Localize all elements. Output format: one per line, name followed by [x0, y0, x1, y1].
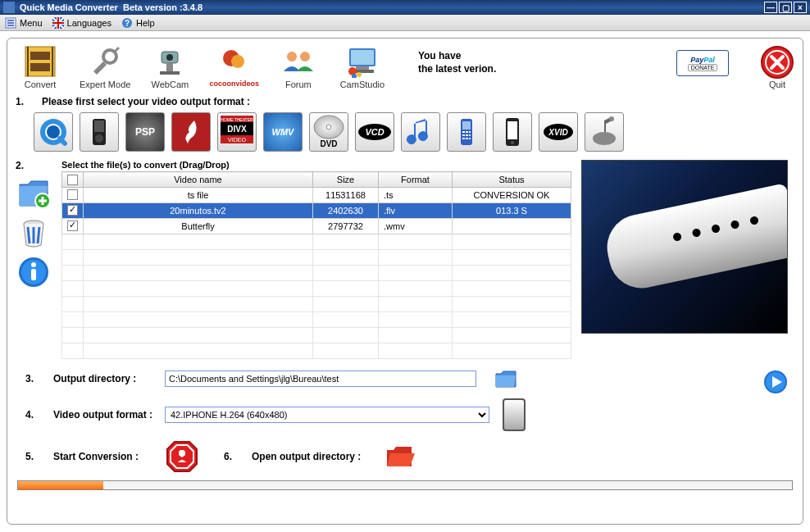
svg-point-24: [300, 52, 310, 61]
expert-mode-button[interactable]: Expert Mode: [80, 45, 130, 89]
format-audio[interactable]: [401, 112, 440, 152]
paypal-donate-button[interactable]: PayPal DONATE: [676, 50, 729, 76]
svg-point-71: [609, 116, 614, 121]
format-quicktime[interactable]: [34, 112, 73, 152]
start-stop-button[interactable]: [165, 439, 199, 474]
window-title: Quick Media Converter: [20, 2, 118, 12]
step5-num: 5.: [25, 451, 45, 462]
status-text: You have the latest verion.: [418, 50, 496, 75]
table-row[interactable]: 20minutos.tv22402630.flv013.3 S: [62, 202, 571, 218]
checkbox-icon[interactable]: [67, 189, 78, 200]
cocoon-button[interactable]: cocoonvideos: [209, 45, 259, 88]
forum-icon: [279, 45, 318, 78]
minimize-button[interactable]: —: [764, 2, 777, 13]
cocoon-label: cocoonvideos: [209, 80, 259, 88]
table-row-empty: [62, 327, 571, 343]
window-version: Beta version :3.4.8: [123, 2, 202, 12]
step3-row: 3. Output directory :: [25, 367, 794, 390]
titlebar: Quick Media Converter Beta version :3.4.…: [0, 0, 810, 15]
svg-point-23: [287, 52, 297, 61]
step5-6-row: 5. Start Conversion : 6. Open output dir…: [25, 439, 794, 474]
format-dvd[interactable]: DVD: [309, 112, 348, 152]
format-flash[interactable]: [171, 112, 211, 152]
svg-text:XVID: XVID: [548, 128, 567, 137]
format-iphone[interactable]: [493, 112, 532, 152]
trash-button[interactable]: [16, 216, 51, 250]
step2-label: Select the file(s) to convert (Drag/Drop…: [61, 160, 571, 170]
flag-icon: [52, 17, 64, 29]
svg-rect-39: [94, 120, 104, 132]
col-size[interactable]: Size: [313, 172, 379, 188]
close-icon: [760, 45, 794, 80]
film-icon: [20, 45, 60, 78]
format-psp[interactable]: PSP: [125, 112, 165, 152]
checkbox-icon[interactable]: [67, 205, 78, 216]
menu-languages[interactable]: Languages: [52, 17, 111, 29]
progress-bar: [17, 480, 793, 490]
table-row[interactable]: ts file11531168.tsCONVERSION OK: [62, 187, 571, 202]
close-button[interactable]: ×: [794, 2, 807, 13]
add-file-button[interactable]: [16, 176, 51, 211]
table-row-empty: [62, 343, 571, 358]
table-row-empty: [62, 234, 571, 249]
cell-format: .ts: [379, 187, 453, 202]
col-format[interactable]: Format: [379, 172, 453, 188]
output-format-select[interactable]: 42.IPHONE H.264 (640x480): [165, 407, 489, 423]
svg-rect-77: [31, 269, 36, 280]
svg-rect-1: [7, 20, 14, 21]
table-row[interactable]: Butterfly2797732.wmv: [62, 218, 571, 234]
info-button[interactable]: [16, 255, 51, 289]
forum-button[interactable]: Forum: [274, 45, 323, 89]
progress-fill: [18, 481, 103, 489]
step2-num: 2.: [16, 160, 35, 171]
file-table-wrap: Select the file(s) to convert (Drag/Drop…: [61, 160, 571, 359]
convert-button[interactable]: Convert: [16, 45, 65, 89]
col-status[interactable]: Status: [453, 172, 571, 188]
svg-text:VCD: VCD: [365, 127, 384, 137]
col-name[interactable]: Video name: [84, 172, 313, 188]
menubar: Menu Languages ? Help: [0, 15, 810, 31]
format-vcd[interactable]: VCD: [355, 112, 394, 152]
table-row-empty: [62, 265, 571, 280]
open-folder-button[interactable]: [385, 443, 415, 470]
cell-name: 20minutos.tv2: [84, 202, 313, 218]
cocoon-icon: [215, 45, 254, 78]
svg-point-67: [511, 141, 514, 144]
svg-rect-60: [466, 134, 468, 136]
format-tivo[interactable]: [585, 112, 624, 152]
format-row: PSP HOME THEATERDIVXVIDEO WMV DVD VCD XV…: [34, 112, 794, 152]
checkbox-icon[interactable]: [67, 175, 78, 185]
menu-help[interactable]: ? Help: [121, 17, 155, 29]
app-icon: [3, 2, 15, 13]
format-mobile[interactable]: [447, 112, 486, 152]
svg-text:WMV: WMV: [272, 127, 296, 137]
format-divx[interactable]: HOME THEATERDIVXVIDEO: [217, 112, 257, 152]
format-xvid[interactable]: XVID: [539, 112, 578, 152]
svg-rect-63: [466, 138, 468, 139]
camstudio-button[interactable]: CamStudio: [338, 45, 387, 89]
cell-format: .wmv: [379, 218, 453, 234]
col-check[interactable]: [62, 172, 84, 188]
svg-rect-62: [462, 138, 465, 139]
help-icon: ?: [121, 17, 133, 29]
svg-point-70: [593, 132, 616, 145]
step6-num: 6.: [224, 451, 243, 462]
svg-point-40: [95, 134, 103, 143]
browse-folder-button[interactable]: [494, 367, 517, 390]
svg-text:DVD: DVD: [320, 139, 337, 148]
quit-button[interactable]: Quit: [760, 45, 794, 89]
step1-label: Please first select your video output fo…: [42, 96, 250, 107]
webcam-button[interactable]: WebCam: [145, 45, 194, 89]
step4-label: Video output format :: [53, 409, 157, 421]
menu-menu[interactable]: Menu: [5, 17, 43, 29]
play-button[interactable]: [763, 370, 788, 394]
format-wmv[interactable]: WMV: [263, 112, 303, 152]
svg-rect-59: [462, 134, 465, 136]
output-dir-input[interactable]: [165, 371, 476, 387]
cell-size: 2797732: [313, 218, 379, 234]
format-ipod[interactable]: [80, 112, 119, 152]
svg-rect-3: [7, 25, 14, 26]
checkbox-icon[interactable]: [67, 221, 78, 231]
maximize-button[interactable]: ▢: [779, 2, 792, 13]
cell-size: 11531168: [313, 187, 379, 202]
